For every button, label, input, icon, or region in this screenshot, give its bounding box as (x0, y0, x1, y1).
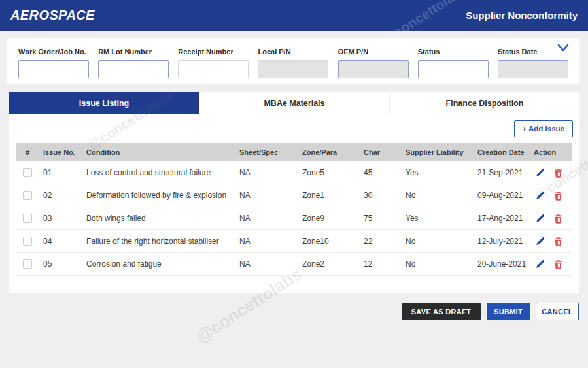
cell-issue-no: 02 (39, 191, 82, 200)
filter-field-local-p-n: Local P/N (258, 48, 328, 78)
filter-panel: Work Order/Job No.RM Lot NumberReceipt N… (7, 38, 579, 84)
cell-zone-para: Zone9 (298, 214, 360, 223)
delete-icon[interactable] (553, 259, 563, 269)
cell-sheet-spec: NA (235, 191, 298, 200)
cell-issue-no: 04 (39, 237, 82, 246)
checkbox-cell (16, 259, 39, 269)
table-row: 05Corrosion and fatigueNAZone212No20-Jun… (16, 253, 572, 276)
action-cell (530, 237, 572, 246)
cell-creation-date: 20-June-2021 (474, 259, 530, 269)
column-header-sheet-spec: Sheet/Spec (235, 148, 298, 156)
action-cell (530, 214, 572, 224)
delete-icon[interactable] (553, 214, 563, 224)
cell-zone-para: Zone1 (298, 191, 360, 200)
filter-field-receipt-number: Receipt Number (178, 48, 249, 78)
cell-char: 30 (360, 191, 402, 200)
save-as-draft-button[interactable]: SAVE AS DRAFT (402, 303, 481, 320)
edit-icon[interactable] (535, 237, 545, 246)
cell-supplier-liability: No (402, 237, 474, 246)
checkbox-cell (16, 237, 39, 246)
filter-label: RM Lot Number (98, 48, 169, 56)
chevron-down-icon[interactable] (556, 42, 570, 54)
filter-field-oem-p-n: OEM P/N (338, 48, 409, 78)
edit-icon[interactable] (535, 191, 545, 201)
cell-supplier-liability: No (402, 259, 474, 269)
delete-icon[interactable] (553, 191, 563, 201)
cell-zone-para: Zone2 (298, 259, 360, 269)
cell-char: 75 (360, 214, 402, 223)
cell-supplier-liability: No (402, 191, 474, 200)
cell-zone-para: Zone10 (298, 237, 360, 246)
filter-field-rm-lot-number: RM Lot Number (98, 48, 169, 78)
checkbox-cell (16, 168, 39, 177)
action-cell (530, 168, 572, 178)
column-header-supplier-liability: Supplier Liability (402, 148, 474, 156)
rm-lot-number-input[interactable] (98, 60, 169, 78)
filter-row: Work Order/Job No.RM Lot NumberReceipt N… (18, 48, 568, 78)
delete-icon[interactable] (553, 237, 563, 246)
filter-label: Status (418, 48, 489, 56)
table-row: 03Both wings failedNAZone975Yes17-Ang-20… (16, 207, 572, 230)
row-checkbox[interactable] (23, 237, 32, 246)
delete-icon[interactable] (553, 168, 563, 178)
row-checkbox[interactable] (23, 168, 32, 177)
submit-button[interactable]: SUBMIT (487, 303, 530, 320)
row-checkbox[interactable] (23, 259, 32, 269)
tab-issue-listing[interactable]: Issue Listing (9, 92, 199, 114)
cell-char: 22 (360, 237, 402, 246)
column-header-issue-no: Issue No. (39, 148, 82, 156)
cell-supplier-liability: Yes (402, 214, 474, 223)
cell-creation-date: 17-Ang-2021 (474, 214, 530, 223)
oem-p-n-input (338, 60, 409, 78)
row-checkbox[interactable] (23, 214, 32, 223)
add-issue-button[interactable]: + Add Issue (514, 120, 573, 137)
status-input[interactable] (418, 60, 489, 78)
filter-label: Receipt Number (178, 48, 249, 56)
cell-condition: Deformation followed by fire & explosion (82, 191, 235, 200)
issue-table: #Issue No.ConditionSheet/SpecZone/ParaCh… (16, 143, 572, 276)
row-checkbox[interactable] (23, 191, 32, 200)
edit-icon[interactable] (535, 214, 545, 224)
work-order-job-no-input[interactable] (18, 60, 89, 78)
checkbox-cell (16, 191, 39, 200)
cell-supplier-liability: Yes (402, 168, 474, 177)
cell-condition: Loss of control and structural failure (82, 168, 235, 177)
column-header-action: Action (530, 148, 572, 156)
filter-label: Work Order/Job No. (18, 48, 89, 56)
edit-icon[interactable] (535, 259, 545, 269)
cell-condition: Failure of the right horizontal stabilis… (82, 237, 235, 246)
tab-finance-disposition[interactable]: Finance Disposition (390, 92, 579, 114)
cell-char: 12 (360, 259, 402, 269)
tab-mbae-materials[interactable]: MBAe Materials (199, 92, 390, 114)
cell-zone-para: Zone5 (298, 168, 360, 177)
checkbox-cell (16, 214, 39, 223)
app-header: AEROSPACE Supplier Nonconformity (0, 0, 588, 31)
status-date-input (498, 60, 568, 78)
cancel-button[interactable]: CANCEL (536, 303, 579, 320)
local-p-n-input (258, 60, 328, 78)
column-header-zone-para: Zone/Para (298, 148, 360, 156)
cell-creation-date: 09-Aug-2021 (474, 191, 530, 200)
filter-label: OEM P/N (338, 48, 409, 56)
table-row: 01Loss of control and structural failure… (16, 161, 572, 184)
tab-bar: Issue ListingMBAe MaterialsFinance Dispo… (9, 92, 579, 114)
table-header-row: #Issue No.ConditionSheet/SpecZone/ParaCh… (16, 143, 572, 161)
cell-creation-date: 21-Sep-2021 (474, 168, 530, 177)
cell-char: 45 (360, 168, 402, 177)
column-header-creation-date: Creation Date (474, 148, 530, 156)
cell-issue-no: 03 (39, 214, 82, 223)
filter-field-work-order-job-no: Work Order/Job No. (18, 48, 89, 78)
edit-icon[interactable] (535, 168, 545, 178)
content-panel: + Add Issue #Issue No.ConditionSheet/Spe… (9, 114, 579, 293)
cell-sheet-spec: NA (235, 214, 298, 223)
cell-creation-date: 12-July-2021 (474, 237, 530, 246)
cell-sheet-spec: NA (235, 259, 298, 269)
action-cell (530, 259, 572, 269)
cell-sheet-spec: NA (235, 168, 298, 177)
filter-label: Local P/N (258, 48, 328, 56)
table-body: 01Loss of control and structural failure… (16, 161, 572, 276)
cell-condition: Both wings failed (82, 214, 235, 223)
cell-issue-no: 01 (39, 168, 82, 177)
cell-condition: Corrosion and fatigue (82, 259, 235, 269)
receipt-number-input[interactable] (178, 60, 249, 78)
